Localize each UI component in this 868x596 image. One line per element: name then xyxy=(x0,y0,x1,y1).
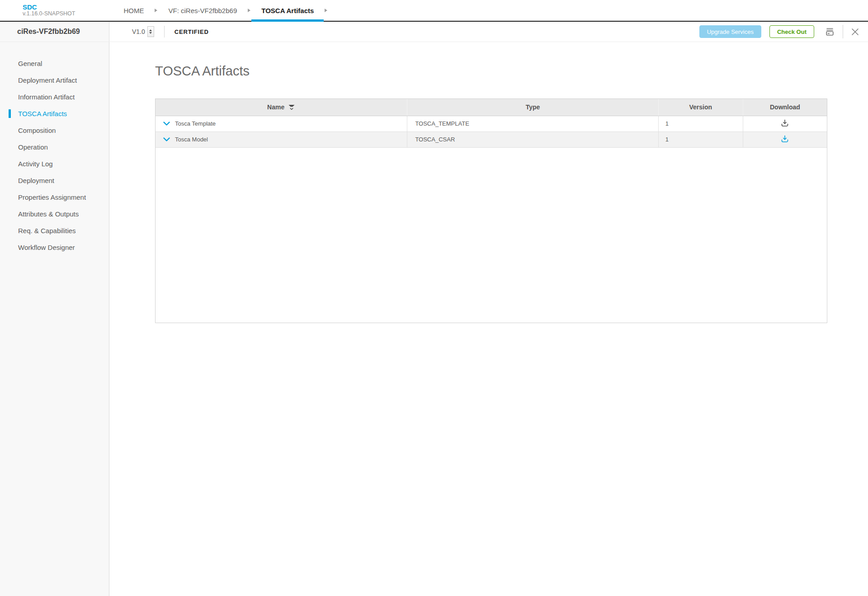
sort-icon[interactable] xyxy=(288,104,295,110)
breadcrumb-separator-icon xyxy=(154,0,158,21)
sidebar: General Deployment Artifact Information … xyxy=(0,42,109,596)
version-selected-label: V1.0 xyxy=(132,28,145,35)
download-icon xyxy=(781,135,789,143)
main-content: TOSCA Artifacts Name xyxy=(109,42,868,596)
artifact-version: 1 xyxy=(658,131,743,147)
sdc-build-version: v.1.16.0-SNAPSHOT xyxy=(23,11,75,17)
sidebar-item-workflow-designer[interactable]: Workflow Designer xyxy=(0,239,109,256)
workspace-body: General Deployment Artifact Information … xyxy=(0,42,868,596)
artifact-type: TOSCA_TEMPLATE xyxy=(407,116,658,131)
page-title: TOSCA Artifacts xyxy=(155,63,868,79)
download-icon xyxy=(781,119,789,127)
sdc-app-window: SDC v.1.16.0-SNAPSHOT HOME VF: ciRes-VF2… xyxy=(0,0,868,596)
download-button[interactable] xyxy=(781,119,789,127)
breadcrumb-vf[interactable]: VF: ciRes-VF2fbb2b69 xyxy=(158,0,247,21)
spinner-down-icon xyxy=(149,32,152,34)
sidebar-item-attributes-outputs[interactable]: Attributes & Outputs xyxy=(0,206,109,222)
chevron-down-icon xyxy=(163,122,170,126)
close-icon xyxy=(851,28,859,36)
chevron-down-icon xyxy=(163,137,170,141)
artifact-name: Tosca Model xyxy=(175,136,208,143)
expand-row-button[interactable] xyxy=(163,122,170,126)
breadcrumb-home[interactable]: HOME xyxy=(113,0,154,21)
breadcrumb: HOME VF: ciRes-VF2fbb2b69 TOSCA Artifact… xyxy=(113,0,328,21)
printer-icon xyxy=(825,28,835,36)
spinner-up-icon xyxy=(149,29,152,31)
artifacts-table-container: Name Type Vers xyxy=(155,99,827,323)
sidebar-item-operation[interactable]: Operation xyxy=(0,139,109,155)
upgrade-services-button[interactable]: Upgrade Services xyxy=(699,25,761,38)
expand-row-button[interactable] xyxy=(163,137,170,141)
download-button[interactable] xyxy=(781,135,789,143)
breadcrumb-separator-icon xyxy=(324,0,328,21)
check-out-button[interactable]: Check Out xyxy=(769,25,814,38)
table-header-row: Name Type Vers xyxy=(156,99,827,116)
breadcrumb-tosca-artifacts[interactable]: TOSCA Artifacts xyxy=(251,0,324,21)
sidebar-item-deployment-artifact[interactable]: Deployment Artifact xyxy=(0,72,109,89)
sidebar-item-composition[interactable]: Composition xyxy=(0,122,109,139)
artifact-version: 1 xyxy=(658,116,743,131)
column-header-version[interactable]: Version xyxy=(658,99,743,116)
artifacts-table: Name Type Vers xyxy=(156,99,827,148)
print-button[interactable] xyxy=(823,26,836,38)
column-header-download[interactable]: Download xyxy=(743,99,827,116)
version-spinner[interactable] xyxy=(147,26,154,37)
sidebar-item-information-artifact[interactable]: Information Artifact xyxy=(0,89,109,105)
sidebar-item-deployment[interactable]: Deployment xyxy=(0,172,109,189)
sidebar-item-properties-assignment[interactable]: Properties Assignment xyxy=(0,189,109,206)
component-name-title: ciRes-VF2fbb2b69 xyxy=(0,22,109,42)
sdc-logo: SDC v.1.16.0-SNAPSHOT xyxy=(23,0,75,21)
component-header-controls: V1.0 CERTIFIED Upgrade Services Check Ou… xyxy=(109,22,868,42)
header-divider xyxy=(164,26,165,38)
sidebar-item-req-capabilities[interactable]: Req. & Capabilities xyxy=(0,222,109,239)
component-header: ciRes-VF2fbb2b69 V1.0 CERTIFIED Upgrade … xyxy=(0,22,868,42)
table-row-tosca-template[interactable]: Tosca Template TOSCA_TEMPLATE 1 xyxy=(156,116,827,131)
column-header-name-label: Name xyxy=(267,103,284,111)
sidebar-item-activity-log[interactable]: Activity Log xyxy=(0,155,109,172)
top-nav-bar: SDC v.1.16.0-SNAPSHOT HOME VF: ciRes-VF2… xyxy=(0,0,868,22)
sidebar-item-general[interactable]: General xyxy=(0,55,109,72)
lifecycle-state-badge: CERTIFIED xyxy=(175,28,209,35)
breadcrumb-separator-icon xyxy=(247,0,251,21)
table-row-tosca-model[interactable]: Tosca Model TOSCA_CSAR 1 xyxy=(156,131,827,147)
sidebar-item-tosca-artifacts[interactable]: TOSCA Artifacts xyxy=(0,105,109,122)
artifact-type: TOSCA_CSAR xyxy=(407,131,658,147)
column-header-type[interactable]: Type xyxy=(407,99,658,116)
artifact-name: Tosca Template xyxy=(175,120,216,127)
close-button[interactable] xyxy=(849,26,861,38)
header-divider xyxy=(843,25,843,38)
column-header-name[interactable]: Name xyxy=(156,99,407,116)
sdc-logo-text: SDC xyxy=(23,4,75,11)
